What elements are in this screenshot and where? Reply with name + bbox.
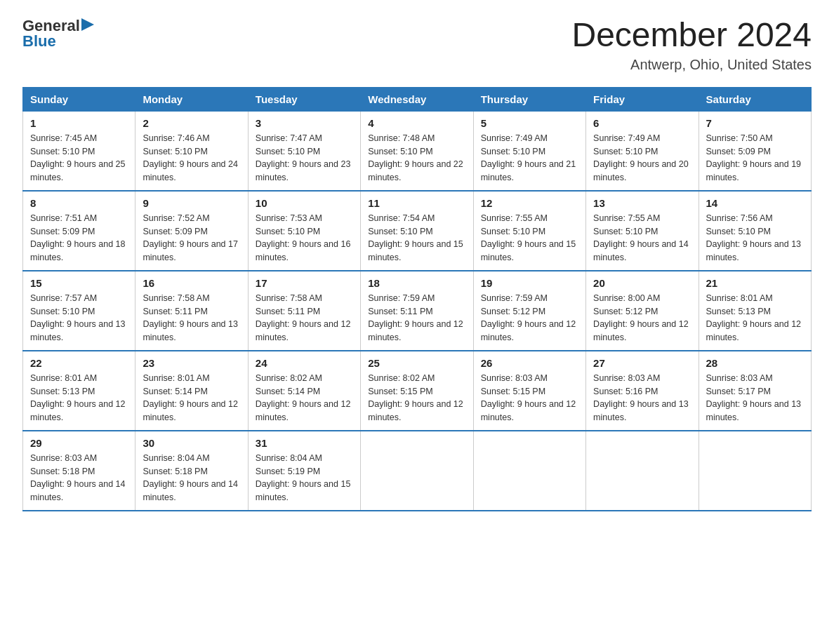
day-info: Sunrise: 7:53 AMSunset: 5:10 PMDaylight:… (256, 212, 353, 264)
calendar-cell: 27Sunrise: 8:03 AMSunset: 5:16 PMDayligh… (586, 351, 699, 431)
calendar-cell: 17Sunrise: 7:58 AMSunset: 5:11 PMDayligh… (248, 271, 360, 351)
calendar-cell: 29Sunrise: 8:03 AMSunset: 5:18 PMDayligh… (23, 431, 135, 511)
day-info: Sunrise: 7:48 AMSunset: 5:10 PMDaylight:… (368, 132, 465, 185)
day-info: Sunrise: 7:59 AMSunset: 5:11 PMDaylight:… (368, 292, 465, 344)
day-number: 5 (481, 117, 578, 129)
calendar-cell: 25Sunrise: 8:02 AMSunset: 5:15 PMDayligh… (361, 351, 473, 431)
day-info: Sunrise: 8:02 AMSunset: 5:14 PMDaylight:… (256, 372, 353, 424)
day-number: 24 (256, 357, 353, 369)
day-info: Sunrise: 7:58 AMSunset: 5:11 PMDaylight:… (143, 292, 240, 344)
day-info: Sunrise: 8:01 AMSunset: 5:13 PMDaylight:… (30, 372, 128, 424)
day-info: Sunrise: 7:59 AMSunset: 5:12 PMDaylight:… (481, 292, 578, 344)
calendar-cell: 11Sunrise: 7:54 AMSunset: 5:10 PMDayligh… (361, 191, 473, 271)
day-number: 26 (481, 357, 578, 369)
day-number: 31 (256, 437, 353, 449)
day-number: 21 (706, 277, 804, 289)
calendar-week-row: 15Sunrise: 7:57 AMSunset: 5:10 PMDayligh… (23, 271, 812, 351)
calendar-cell: 20Sunrise: 8:00 AMSunset: 5:12 PMDayligh… (586, 271, 699, 351)
day-header-thursday: Thursday (473, 87, 585, 111)
day-number: 8 (30, 197, 128, 209)
calendar-cell: 1Sunrise: 7:45 AMSunset: 5:10 PMDaylight… (23, 111, 135, 191)
calendar-body: 1Sunrise: 7:45 AMSunset: 5:10 PMDaylight… (23, 111, 812, 511)
day-number: 14 (706, 197, 804, 209)
calendar-cell: 8Sunrise: 7:51 AMSunset: 5:09 PMDaylight… (23, 191, 135, 271)
calendar-cell (586, 431, 699, 511)
calendar-cell: 6Sunrise: 7:49 AMSunset: 5:10 PMDaylight… (586, 111, 699, 191)
day-info: Sunrise: 7:55 AMSunset: 5:10 PMDaylight:… (593, 212, 691, 264)
day-number: 7 (706, 117, 804, 129)
day-number: 3 (256, 117, 353, 129)
calendar-cell: 28Sunrise: 8:03 AMSunset: 5:17 PMDayligh… (699, 351, 811, 431)
day-number: 19 (481, 277, 578, 289)
calendar-cell (361, 431, 473, 511)
calendar-week-row: 1Sunrise: 7:45 AMSunset: 5:10 PMDaylight… (23, 111, 812, 191)
day-number: 16 (143, 277, 240, 289)
day-number: 10 (256, 197, 353, 209)
day-info: Sunrise: 7:58 AMSunset: 5:11 PMDaylight:… (256, 292, 353, 344)
calendar-cell (473, 431, 585, 511)
day-header-monday: Monday (135, 87, 248, 111)
calendar-cell (699, 431, 811, 511)
calendar-cell: 19Sunrise: 7:59 AMSunset: 5:12 PMDayligh… (473, 271, 585, 351)
day-header-friday: Friday (586, 87, 699, 111)
calendar-cell: 22Sunrise: 8:01 AMSunset: 5:13 PMDayligh… (23, 351, 135, 431)
calendar-cell: 26Sunrise: 8:03 AMSunset: 5:15 PMDayligh… (473, 351, 585, 431)
day-number: 12 (481, 197, 578, 209)
day-number: 18 (368, 277, 465, 289)
day-info: Sunrise: 7:57 AMSunset: 5:10 PMDaylight:… (30, 292, 128, 344)
calendar-cell: 12Sunrise: 7:55 AMSunset: 5:10 PMDayligh… (473, 191, 585, 271)
day-info: Sunrise: 7:45 AMSunset: 5:10 PMDaylight:… (30, 132, 128, 185)
calendar-cell: 10Sunrise: 7:53 AMSunset: 5:10 PMDayligh… (248, 191, 360, 271)
page-header: General Blue December 2024 Antwerp, Ohio… (22, 17, 812, 73)
day-header-tuesday: Tuesday (248, 87, 360, 111)
calendar-cell: 5Sunrise: 7:49 AMSunset: 5:10 PMDaylight… (473, 111, 585, 191)
day-info: Sunrise: 8:03 AMSunset: 5:15 PMDaylight:… (481, 372, 578, 424)
calendar-cell: 13Sunrise: 7:55 AMSunset: 5:10 PMDayligh… (586, 191, 699, 271)
day-number: 4 (368, 117, 465, 129)
day-number: 30 (143, 437, 240, 449)
day-number: 15 (30, 277, 128, 289)
calendar-cell: 7Sunrise: 7:50 AMSunset: 5:09 PMDaylight… (699, 111, 811, 191)
day-number: 6 (593, 117, 691, 129)
day-number: 20 (593, 277, 691, 289)
title-area: December 2024 Antwerp, Ohio, United Stat… (571, 17, 812, 73)
day-number: 11 (368, 197, 465, 209)
day-info: Sunrise: 7:51 AMSunset: 5:09 PMDaylight:… (30, 212, 128, 264)
calendar-cell: 18Sunrise: 7:59 AMSunset: 5:11 PMDayligh… (361, 271, 473, 351)
day-info: Sunrise: 8:04 AMSunset: 5:18 PMDaylight:… (143, 452, 240, 504)
calendar-cell: 4Sunrise: 7:48 AMSunset: 5:10 PMDaylight… (361, 111, 473, 191)
day-info: Sunrise: 7:52 AMSunset: 5:09 PMDaylight:… (143, 212, 240, 264)
day-info: Sunrise: 8:04 AMSunset: 5:19 PMDaylight:… (256, 452, 353, 504)
day-number: 9 (143, 197, 240, 209)
day-number: 2 (143, 117, 240, 129)
day-number: 28 (706, 357, 804, 369)
day-info: Sunrise: 8:02 AMSunset: 5:15 PMDaylight:… (368, 372, 465, 424)
calendar-cell: 9Sunrise: 7:52 AMSunset: 5:09 PMDaylight… (135, 191, 248, 271)
calendar-cell: 24Sunrise: 8:02 AMSunset: 5:14 PMDayligh… (248, 351, 360, 431)
day-info: Sunrise: 8:03 AMSunset: 5:18 PMDaylight:… (30, 452, 128, 504)
day-info: Sunrise: 8:03 AMSunset: 5:16 PMDaylight:… (593, 372, 691, 424)
month-title: December 2024 (571, 17, 812, 54)
day-number: 23 (143, 357, 240, 369)
day-info: Sunrise: 7:50 AMSunset: 5:09 PMDaylight:… (706, 132, 804, 185)
calendar-cell: 2Sunrise: 7:46 AMSunset: 5:10 PMDaylight… (135, 111, 248, 191)
day-number: 13 (593, 197, 691, 209)
calendar-cell: 21Sunrise: 8:01 AMSunset: 5:13 PMDayligh… (699, 271, 811, 351)
day-info: Sunrise: 7:49 AMSunset: 5:10 PMDaylight:… (481, 132, 578, 185)
day-info: Sunrise: 8:01 AMSunset: 5:13 PMDaylight:… (706, 292, 804, 344)
day-info: Sunrise: 8:01 AMSunset: 5:14 PMDaylight:… (143, 372, 240, 424)
calendar-cell: 14Sunrise: 7:56 AMSunset: 5:10 PMDayligh… (699, 191, 811, 271)
calendar-cell: 30Sunrise: 8:04 AMSunset: 5:18 PMDayligh… (135, 431, 248, 511)
calendar-week-row: 22Sunrise: 8:01 AMSunset: 5:13 PMDayligh… (23, 351, 812, 431)
calendar-week-row: 29Sunrise: 8:03 AMSunset: 5:18 PMDayligh… (23, 431, 812, 511)
day-number: 22 (30, 357, 128, 369)
day-number: 25 (368, 357, 465, 369)
day-header-saturday: Saturday (699, 87, 811, 111)
day-info: Sunrise: 8:00 AMSunset: 5:12 PMDaylight:… (593, 292, 691, 344)
calendar-cell: 16Sunrise: 7:58 AMSunset: 5:11 PMDayligh… (135, 271, 248, 351)
calendar-cell: 23Sunrise: 8:01 AMSunset: 5:14 PMDayligh… (135, 351, 248, 431)
day-header-sunday: Sunday (23, 87, 135, 111)
day-header-wednesday: Wednesday (361, 87, 473, 111)
logo-arrow-icon (81, 18, 94, 31)
day-info: Sunrise: 7:55 AMSunset: 5:10 PMDaylight:… (481, 212, 578, 264)
